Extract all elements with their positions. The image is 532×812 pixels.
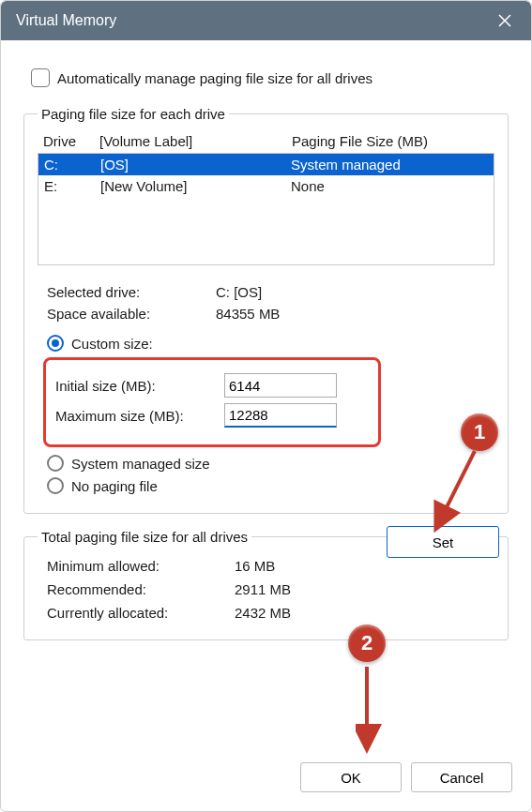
recommended-label: Recommended:	[47, 581, 235, 597]
initial-size-label: Initial size (MB):	[55, 378, 224, 394]
auto-manage-checkbox[interactable]	[31, 68, 50, 87]
drive-pfs: None	[291, 178, 488, 194]
min-allowed-label: Minimum allowed:	[47, 558, 235, 574]
dialog-content: Automatically manage paging file size fo…	[1, 40, 531, 640]
set-button[interactable]: Set	[387, 526, 499, 558]
drive-list-header: Drive [Volume Label] Paging File Size (M…	[38, 129, 494, 153]
totals-grid: Minimum allowed: 16 MB Recommended: 2911…	[47, 558, 494, 621]
system-managed-label: System managed size	[71, 456, 210, 472]
no-paging-radio-row[interactable]: No paging file	[47, 477, 494, 494]
cancel-button[interactable]: Cancel	[411, 762, 512, 792]
initial-size-input[interactable]	[224, 373, 337, 398]
drive-row[interactable]: C: [OS] System managed	[38, 154, 494, 175]
recommended-value: 2911 MB	[235, 581, 494, 597]
drive-letter: C:	[44, 157, 100, 173]
header-paging-size: Paging File Size (MB)	[292, 133, 489, 149]
selected-drive-label: Selected drive:	[47, 284, 216, 300]
auto-manage-row[interactable]: Automatically manage paging file size fo…	[31, 68, 509, 87]
header-drive: Drive	[43, 133, 99, 149]
maximum-size-input[interactable]	[224, 403, 337, 428]
custom-size-radio-row[interactable]: Custom size:	[47, 335, 494, 352]
no-paging-radio[interactable]	[47, 477, 64, 494]
drive-pfs: System managed	[291, 157, 488, 173]
drive-volume: [New Volume]	[100, 178, 291, 194]
min-allowed-value: 16 MB	[235, 558, 494, 574]
current-allocated-label: Currently allocated:	[47, 605, 235, 621]
maximum-size-label: Maximum size (MB):	[55, 408, 224, 424]
close-icon[interactable]	[494, 9, 516, 32]
dialog-buttons: OK Cancel	[300, 762, 512, 792]
custom-size-radio[interactable]	[47, 335, 64, 352]
maximum-size-row: Maximum size (MB):	[55, 403, 369, 428]
annotation-callout-2: 2	[348, 624, 386, 662]
space-available-label: Space available:	[47, 306, 216, 322]
annotation-callout-1: 1	[461, 414, 498, 451]
annotation-arrow-2	[356, 662, 384, 756]
annotation-highlight: Initial size (MB): Maximum size (MB):	[43, 357, 381, 447]
drive-list[interactable]: C: [OS] System managed E: [New Volume] N…	[38, 153, 494, 265]
system-managed-radio[interactable]	[47, 455, 64, 472]
initial-size-row: Initial size (MB):	[55, 373, 369, 398]
drive-volume: [OS]	[100, 157, 291, 173]
total-paging-legend: Total paging file size for all drives	[38, 529, 251, 545]
header-volume: [Volume Label]	[99, 133, 292, 149]
current-allocated-value: 2432 MB	[235, 605, 494, 621]
ok-button[interactable]: OK	[300, 762, 402, 792]
selected-drive-info: Selected drive: C: [OS] Space available:…	[47, 284, 494, 322]
drive-row[interactable]: E: [New Volume] None	[38, 175, 494, 197]
titlebar: Virtual Memory	[1, 1, 531, 40]
no-paging-label: No paging file	[71, 478, 158, 494]
window-title: Virtual Memory	[16, 12, 494, 29]
drive-letter: E:	[44, 178, 100, 194]
paging-per-drive-group: Paging file size for each drive Drive [V…	[23, 106, 509, 514]
paging-per-drive-legend: Paging file size for each drive	[38, 106, 229, 122]
custom-size-label: Custom size:	[71, 336, 153, 352]
selected-drive-value: C: [OS]	[216, 284, 494, 300]
system-managed-radio-row[interactable]: System managed size	[47, 455, 494, 472]
space-available-value: 84355 MB	[216, 306, 494, 322]
auto-manage-label: Automatically manage paging file size fo…	[57, 70, 372, 86]
